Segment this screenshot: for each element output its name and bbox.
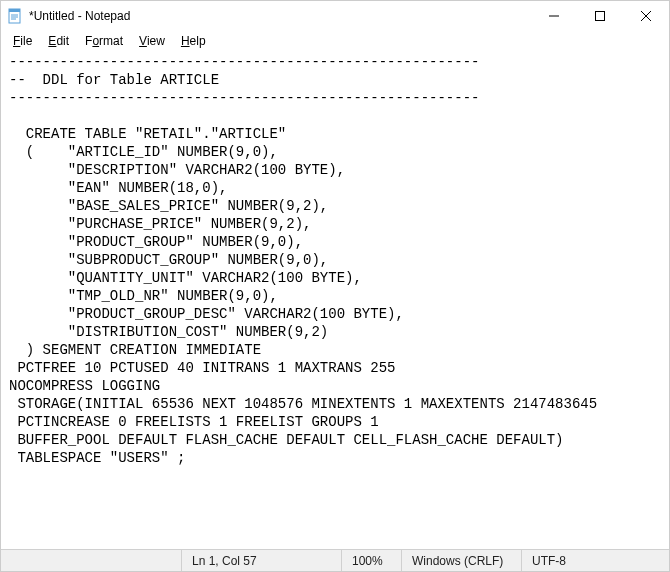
menubar: File Edit Format View Help (1, 31, 669, 51)
status-position: Ln 1, Col 57 (181, 550, 341, 571)
statusbar: Ln 1, Col 57 100% Windows (CRLF) UTF-8 (1, 549, 669, 571)
status-encoding: UTF-8 (521, 550, 669, 571)
close-button[interactable] (623, 1, 669, 31)
svg-rect-6 (596, 12, 605, 21)
menu-view[interactable]: View (131, 32, 173, 50)
status-line-ending: Windows (CRLF) (401, 550, 521, 571)
notepad-icon (7, 8, 23, 24)
window-title: *Untitled - Notepad (29, 9, 531, 23)
menu-help[interactable]: Help (173, 32, 214, 50)
text-editor[interactable]: ----------------------------------------… (1, 51, 669, 549)
status-empty (1, 550, 181, 571)
menu-edit[interactable]: Edit (40, 32, 77, 50)
menu-format[interactable]: Format (77, 32, 131, 50)
maximize-button[interactable] (577, 1, 623, 31)
svg-rect-1 (9, 9, 20, 12)
minimize-button[interactable] (531, 1, 577, 31)
titlebar: *Untitled - Notepad (1, 1, 669, 31)
status-zoom: 100% (341, 550, 401, 571)
menu-file[interactable]: File (5, 32, 40, 50)
window-controls (531, 1, 669, 31)
